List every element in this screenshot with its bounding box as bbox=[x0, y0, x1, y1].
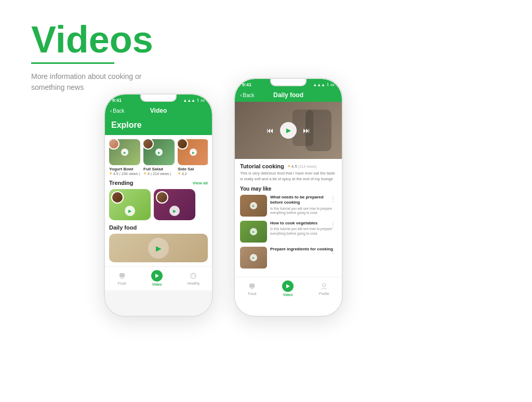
bottom-nav-left: Food Video Healthy bbox=[105, 266, 212, 290]
related-play-1: ▶ bbox=[240, 221, 267, 243]
subtitle: More information about cooking or someth… bbox=[31, 71, 156, 93]
video-description: This is very delicious food that I have … bbox=[240, 171, 337, 182]
header-title-left: Video bbox=[150, 107, 167, 114]
thumb-rating-0: ★ 4.5 ( 234 views ) bbox=[109, 171, 140, 176]
thumb-rating-1: ★ 4 ( 214 views ) bbox=[143, 171, 175, 176]
more-icon-2[interactable]: ⋮ bbox=[329, 247, 337, 255]
svg-marker-2 bbox=[155, 274, 159, 278]
related-thumb-1[interactable]: ▶ bbox=[240, 221, 267, 243]
views-1: ( 214 views ) bbox=[151, 172, 171, 176]
chevron-left-icon-right: ‹ bbox=[240, 92, 242, 98]
thumb-item-1[interactable]: ▶ Full Salad ★ 4 ( 214 views ) bbox=[143, 139, 175, 176]
trending-avatar-0 bbox=[111, 191, 124, 204]
page-container: Videos More information about cooking or… bbox=[0, 0, 532, 402]
nav-video-right[interactable]: Video bbox=[282, 280, 294, 297]
title-underline bbox=[31, 62, 114, 64]
svg-rect-0 bbox=[119, 273, 125, 277]
video-title-row: Tutorial cooking ★ 4.5 (214 views) bbox=[240, 163, 337, 169]
video-icon-right bbox=[282, 280, 294, 292]
skip-back-icon[interactable]: ⏮ bbox=[267, 126, 274, 135]
thumb-item-2[interactable]: ▶ Side Sal ★ 4.2 bbox=[178, 139, 208, 176]
more-icon-0[interactable]: ⋮ bbox=[329, 195, 337, 203]
status-icons-left: ▲▲▲ ⌇ ▭ bbox=[183, 98, 205, 103]
svg-marker-6 bbox=[286, 284, 290, 288]
related-item-1: ▶ How to cook vegetables In this tutoria… bbox=[240, 221, 337, 243]
daily-food-thumbnail[interactable]: ▶ bbox=[109, 234, 208, 262]
play-btn-2[interactable]: ▶ bbox=[190, 149, 197, 156]
trending-avatar-1 bbox=[156, 191, 168, 204]
thumb-rating-2: ★ 4.2 bbox=[178, 171, 208, 176]
related-thumb-2[interactable]: ▶ bbox=[240, 247, 267, 269]
nav-label-food-right: Food bbox=[248, 292, 256, 296]
svg-rect-1 bbox=[121, 278, 124, 279]
related-item-2: ▶ Prepare ingredients for cooking ⋮ bbox=[240, 247, 337, 269]
nav-food-right[interactable]: Food bbox=[247, 282, 257, 296]
header-title-right: Daily food bbox=[273, 91, 303, 99]
thumb-img-green-salad: ▶ bbox=[143, 139, 175, 165]
wifi-icon-right: ⌇ bbox=[327, 83, 329, 87]
play-btn-0[interactable]: ▶ bbox=[121, 149, 128, 156]
thumb-img-side: ▶ bbox=[178, 139, 208, 165]
trending-title: Trending bbox=[109, 180, 133, 186]
thumb-item-0[interactable]: ▶ Yogurt Bowl ★ 4.5 ( 234 views ) bbox=[109, 139, 140, 176]
skip-forward-icon[interactable]: ⏭ bbox=[303, 126, 310, 135]
chevron-left-icon: ‹ bbox=[110, 108, 112, 114]
related-play-2: ▶ bbox=[240, 247, 267, 269]
healthy-icon bbox=[189, 271, 198, 280]
related-play-btn-2[interactable]: ▶ bbox=[250, 254, 257, 261]
you-may-like-label: You may like bbox=[240, 186, 337, 192]
view-all-button[interactable]: View all bbox=[193, 181, 208, 185]
nav-healthy-left[interactable]: Healthy bbox=[188, 271, 200, 285]
trending-item-0[interactable]: ▶ bbox=[109, 189, 151, 220]
food-icon-right bbox=[247, 282, 257, 291]
nav-video-left[interactable]: Video bbox=[151, 270, 163, 286]
status-icons-right: ▲▲▲ ⌇ ▭ bbox=[313, 83, 335, 87]
food-icon bbox=[117, 271, 127, 280]
explore-label: Explore bbox=[105, 117, 212, 135]
play-btn-1[interactable]: ▶ bbox=[155, 149, 163, 156]
video-hero[interactable]: ⏮ ▶ ⏭ bbox=[235, 102, 342, 159]
svg-rect-4 bbox=[249, 284, 255, 288]
avatar-lady bbox=[109, 139, 119, 150]
video-info: Tutorial cooking ★ 4.5 (214 views) This … bbox=[235, 159, 342, 277]
daily-play-btn[interactable]: ▶ bbox=[148, 238, 169, 259]
more-icon-1[interactable]: ⋮ bbox=[329, 221, 337, 229]
star-icon-main: ★ bbox=[287, 164, 290, 168]
related-desc-1: In this tutorial you will see how to pre… bbox=[270, 227, 337, 236]
video-play-button[interactable]: ▶ bbox=[280, 122, 297, 139]
nav-label-healthy-left: Healthy bbox=[188, 282, 200, 285]
back-button-left[interactable]: ‹ Back bbox=[110, 108, 125, 114]
left-phone: 9:41 ▲▲▲ ⌇ ▭ ‹ Back Video Explo bbox=[104, 93, 213, 317]
avatar-man2 bbox=[178, 139, 188, 150]
signal-icon-right: ▲▲▲ bbox=[313, 83, 325, 87]
back-button-right[interactable]: ‹ Back bbox=[240, 92, 255, 98]
nav-label-video-left: Video bbox=[152, 283, 162, 286]
trending-play-0[interactable]: ▶ bbox=[125, 206, 135, 216]
thumb-label-0: Yogurt Bowl bbox=[109, 167, 140, 171]
nav-label-profile-right: Profile bbox=[319, 292, 329, 296]
related-thumb-0[interactable]: ▶ bbox=[240, 195, 267, 217]
page-title: Videos bbox=[31, 21, 501, 58]
nav-label-video-right: Video bbox=[283, 293, 293, 297]
related-title-1: How to cook vegetables bbox=[270, 221, 337, 226]
thumb-img-salad: ▶ bbox=[109, 139, 140, 165]
related-info-0: What needs to be prepared before cooking… bbox=[270, 195, 337, 216]
profile-icon-right bbox=[320, 282, 329, 291]
trending-item-1[interactable]: ▶ bbox=[154, 189, 195, 220]
thumb-label-1: Full Salad bbox=[143, 167, 175, 171]
content-left: ▶ Yogurt Bowl ★ 4.5 ( 234 views ) bbox=[105, 135, 212, 266]
trending-play-1[interactable]: ▶ bbox=[169, 206, 180, 216]
phone-notch-left bbox=[140, 95, 177, 102]
nav-label-food-left: Food bbox=[118, 282, 126, 285]
related-info-2: Prepare ingredients for cooking bbox=[270, 247, 337, 253]
nav-food-left[interactable]: Food bbox=[117, 271, 127, 285]
phones-container: 9:41 ▲▲▲ ⌇ ▭ ‹ Back Video Explo bbox=[104, 93, 343, 317]
battery-icon-left: ▭ bbox=[201, 98, 205, 103]
right-phone-screen: 9:41 ▲▲▲ ⌇ ▭ ‹ Back Daily food bbox=[235, 79, 342, 316]
wifi-icon-left: ⌇ bbox=[197, 98, 199, 103]
left-phone-screen: 9:41 ▲▲▲ ⌇ ▭ ‹ Back Video Explo bbox=[105, 95, 212, 316]
related-play-btn-1[interactable]: ▶ bbox=[250, 228, 257, 235]
signal-icon-left: ▲▲▲ bbox=[183, 98, 195, 103]
related-play-btn-0[interactable]: ▶ bbox=[250, 202, 257, 209]
nav-profile-right[interactable]: Profile bbox=[319, 282, 329, 296]
